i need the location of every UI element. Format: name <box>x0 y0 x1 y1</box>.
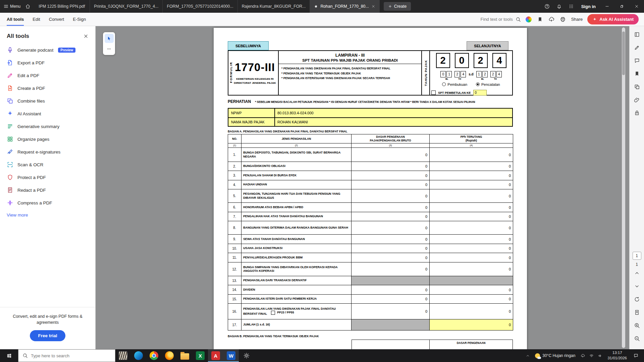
taskbar-app-firefox[interactable] <box>162 349 177 362</box>
current-page-indicator[interactable]: 1 <box>633 252 641 260</box>
speaker-icon[interactable] <box>596 349 604 362</box>
pph-terutang-value[interactable]: 0 <box>430 221 513 235</box>
discover-palette-icon[interactable] <box>523 14 534 25</box>
tool-item-protect-a-pdf[interactable]: Protect a PDF <box>0 171 95 184</box>
zoom-in-button[interactable] <box>632 320 642 330</box>
next-page-button[interactable] <box>632 281 642 291</box>
pph-terutang-value[interactable]: 0 <box>430 285 513 295</box>
weather-widget[interactable]: 30°C Hujan ringan <box>532 353 578 358</box>
pembetulan-value-field[interactable]: 0 <box>473 90 487 96</box>
pph-terutang-value[interactable]: 0 <box>430 171 513 180</box>
selanjutnya-button[interactable]: SELANJUTNYA <box>467 41 508 50</box>
rotate-page-button[interactable] <box>632 294 642 304</box>
ribbon-tab-edit[interactable]: Edit <box>33 13 40 26</box>
pph-terutang-value[interactable]: 0 <box>430 148 513 162</box>
view-more-link[interactable]: View more <box>0 209 95 221</box>
dasar-pengenaan-value[interactable]: 0 <box>352 253 430 262</box>
wifi-icon[interactable] <box>587 349 596 362</box>
dasar-pengenaan-value[interactable]: 0 <box>352 148 430 162</box>
dasar-pengenaan-value[interactable]: 0 <box>352 304 430 319</box>
help-icon[interactable] <box>541 0 553 13</box>
print-icon[interactable] <box>557 14 569 25</box>
action-center-icon[interactable] <box>630 349 642 362</box>
protection-icon[interactable] <box>632 108 642 118</box>
tool-item-organize-pages[interactable]: Organize pages <box>0 133 95 145</box>
clock[interactable]: 13:17 31/01/2026 <box>604 350 630 361</box>
pph-terutang-value[interactable]: 0 <box>430 304 513 319</box>
previous-page-button[interactable] <box>632 268 642 278</box>
scrollbar-thumb[interactable] <box>622 32 625 75</box>
pph-terutang-value[interactable]: 0 <box>430 203 513 212</box>
tool-item-export-a-pdf[interactable]: Export a PDF <box>0 56 95 69</box>
save-bookmark-icon[interactable] <box>534 14 546 25</box>
period-to-digit[interactable]: 4 <box>496 71 502 77</box>
dasar-pengenaan-value[interactable]: 0 <box>352 189 430 203</box>
window-document-tab[interactable]: IPM 1225 Billing PPN.pdf <box>34 0 90 13</box>
share-button[interactable]: Share <box>571 17 583 22</box>
more-tools-button[interactable] <box>105 44 114 53</box>
select-tool-button[interactable] <box>105 34 114 43</box>
dasar-pengenaan-value[interactable]: 0 <box>352 203 430 212</box>
npwp-value-field[interactable]: 80.013.803.4-024.000 <box>274 109 512 117</box>
page-thumbnails-icon[interactable] <box>632 29 642 40</box>
taskbar-app-settings[interactable] <box>239 349 254 362</box>
restore-button[interactable] <box>614 0 629 13</box>
ask-ai-assistant-button[interactable]: Ask AI Assistant <box>587 14 639 24</box>
tool-item-create-a-pdf[interactable]: Create a PDF <box>0 82 95 95</box>
year-digit[interactable]: 2 <box>436 53 450 68</box>
create-tab-button[interactable]: Create <box>384 2 411 11</box>
dasar-pengenaan-value[interactable]: 0 <box>352 235 430 244</box>
quick-tools-icon[interactable] <box>632 43 642 53</box>
ribbon-tab-convert[interactable]: Convert <box>49 13 64 26</box>
taskbar-app-edge[interactable] <box>131 349 146 362</box>
pph-terutang-value[interactable]: 0 <box>430 262 513 276</box>
vertical-scrollbar[interactable] <box>622 27 625 348</box>
pph-terutang-value[interactable]: 0 <box>430 244 513 253</box>
taskbar-app-chrome[interactable] <box>146 349 162 362</box>
year-digit[interactable]: 2 <box>474 53 488 68</box>
comments-icon[interactable] <box>632 56 642 66</box>
dasar-pengenaan-value[interactable]: 0 <box>352 212 430 221</box>
start-button[interactable] <box>0 349 18 362</box>
nama-value-field[interactable]: ROHAN KALWANI <box>274 118 512 126</box>
taskbar-app-excel[interactable]: X <box>193 349 208 362</box>
zoom-out-button[interactable] <box>632 334 642 344</box>
pph-terutang-value[interactable]: 0 <box>430 162 513 171</box>
tool-item-redact-a-pdf[interactable]: Redact a PDF <box>0 184 95 196</box>
tool-item-request-e-signatures[interactable]: Request e-signatures <box>0 145 95 158</box>
document-tab-form-1770s-075771022014000[interactable]: FORM_1770S_075771022014000... <box>163 0 237 13</box>
tool-item-combine-files[interactable]: Combine files <box>0 95 95 107</box>
pp23-pp55-checkbox[interactable]: PP23 / PP55 <box>267 311 294 315</box>
tool-item-generate-podcast[interactable]: Generate podcastPreview <box>0 44 95 56</box>
fit-page-button[interactable] <box>632 307 642 317</box>
document-tab-rohan-form-1770-80[interactable]: Rohan_FORM_1770_80... <box>310 0 379 13</box>
dasar-pengenaan-value[interactable]: 0 <box>352 162 430 171</box>
document-tab-rajendra-kumar-8kgudr-for[interactable]: Rajendra Kumar_8KGUDR_FOR... <box>238 0 310 13</box>
dasar-pengenaan-value[interactable]: 0 <box>352 221 430 235</box>
minimize-button[interactable] <box>600 0 614 13</box>
pph-terutang-value[interactable]: 0 <box>430 180 513 189</box>
tool-item-scan-ocr[interactable]: Scan & OCR <box>0 158 95 171</box>
pph-terutang-value[interactable]: 0 <box>430 253 513 262</box>
layers-icon[interactable] <box>632 82 642 92</box>
hidden-icons-chevron[interactable] <box>523 349 532 362</box>
onedrive-cloud-icon[interactable] <box>578 349 587 362</box>
dasar-pengenaan-value[interactable]: 0 <box>352 295 430 304</box>
document-tab-prinita-0joqnx-form-1770-4[interactable]: Prinita_0JOQNX_FORM_1770_4... <box>90 0 163 13</box>
taskbar-app-photos[interactable] <box>115 349 131 362</box>
taskbar-app-explorer[interactable] <box>177 349 193 362</box>
year-digit[interactable]: 4 <box>492 53 506 68</box>
period-from-digit[interactable]: 4 <box>461 71 466 77</box>
cloud-upload-icon[interactable] <box>546 14 557 25</box>
radio-pembukuan[interactable]: Pembukuan <box>442 82 467 86</box>
dasar-pengenaan-value[interactable]: 0 <box>352 171 430 180</box>
taskbar-app-word[interactable]: W <box>223 349 239 362</box>
period-to-digit[interactable]: 2 <box>490 71 496 77</box>
tool-item-edit-a-pdf[interactable]: Edit a PDF <box>0 69 95 82</box>
ribbon-tab-e-sign[interactable]: E-Sign <box>73 13 86 26</box>
notifications-bell-icon[interactable] <box>553 0 565 13</box>
period-from-digit[interactable]: 1 <box>446 71 452 77</box>
radio-pencatatan[interactable]: Pencatatan <box>476 82 500 86</box>
pph-terutang-value[interactable]: 0 <box>430 189 513 203</box>
taskbar-app-acrobat[interactable]: A <box>208 349 223 362</box>
